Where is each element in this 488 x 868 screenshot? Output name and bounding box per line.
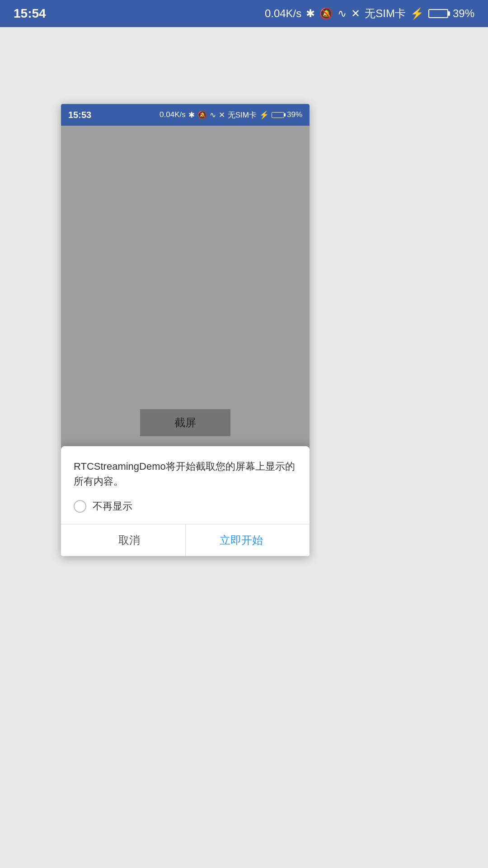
- outer-battery-icon: [428, 9, 448, 18]
- outer-network-speed: 0.04K/s: [265, 7, 301, 20]
- confirm-button[interactable]: 立即开始: [186, 524, 297, 556]
- screenshot-button[interactable]: 截屏: [140, 409, 230, 436]
- inner-wifi-icon: ∿: [210, 110, 216, 120]
- inner-battery-icon: [272, 112, 284, 118]
- dont-show-label: 不再显示: [93, 500, 132, 513]
- outer-no-sim: 无SIM卡: [365, 6, 406, 21]
- outer-battery-pct: 39%: [453, 7, 474, 20]
- inner-bluetooth-icon: ✱: [188, 110, 195, 120]
- inner-mute-icon: 🔕: [197, 110, 207, 120]
- inner-charging-icon: ⚡: [259, 110, 269, 120]
- inner-no-sim: 无SIM卡: [228, 110, 257, 120]
- dialog-actions: 取消 立即开始: [74, 524, 297, 556]
- mute-icon: 🔕: [319, 7, 333, 20]
- sim-cross-icon: ✕: [351, 7, 360, 20]
- wifi-icon: ∿: [338, 7, 347, 20]
- permission-dialog: RTCStreamingDemo将开始截取您的屏幕上显示的所有内容。 不再显示 …: [61, 446, 310, 556]
- app-content: 开始 截屏 RTCStreamingDemo将开始截取您的屏幕上显示的所有内容。…: [61, 126, 310, 556]
- inner-time: 15:53: [68, 110, 91, 120]
- charging-icon: ⚡: [410, 7, 424, 20]
- dialog-message: RTCStreamingDemo将开始截取您的屏幕上显示的所有内容。: [74, 459, 297, 489]
- bluetooth-icon: ✱: [306, 7, 315, 20]
- inner-status-bar: 15:53 0.04K/s ✱ 🔕 ∿ ✕ 无SIM卡 ⚡ 39%: [61, 104, 310, 126]
- cancel-button[interactable]: 取消: [74, 524, 186, 556]
- phone-frame: 15:53 0.04K/s ✱ 🔕 ∿ ✕ 无SIM卡 ⚡ 39% 开始 截屏 …: [61, 104, 310, 556]
- outer-time: 15:54: [14, 6, 46, 21]
- inner-status-icons: 0.04K/s ✱ 🔕 ∿ ✕ 无SIM卡 ⚡ 39%: [160, 110, 302, 120]
- inner-sim-cross-icon: ✕: [219, 110, 225, 120]
- inner-battery-pct: 39%: [287, 110, 302, 119]
- dialog-checkbox-row: 不再显示: [74, 500, 297, 513]
- outer-status-icons: 0.04K/s ✱ 🔕 ∿ ✕ 无SIM卡 ⚡ 39%: [265, 6, 474, 21]
- inner-network-speed: 0.04K/s: [160, 110, 186, 119]
- outer-status-bar: 15:54 0.04K/s ✱ 🔕 ∿ ✕ 无SIM卡 ⚡ 39%: [0, 0, 488, 27]
- dont-show-checkbox[interactable]: [74, 500, 86, 513]
